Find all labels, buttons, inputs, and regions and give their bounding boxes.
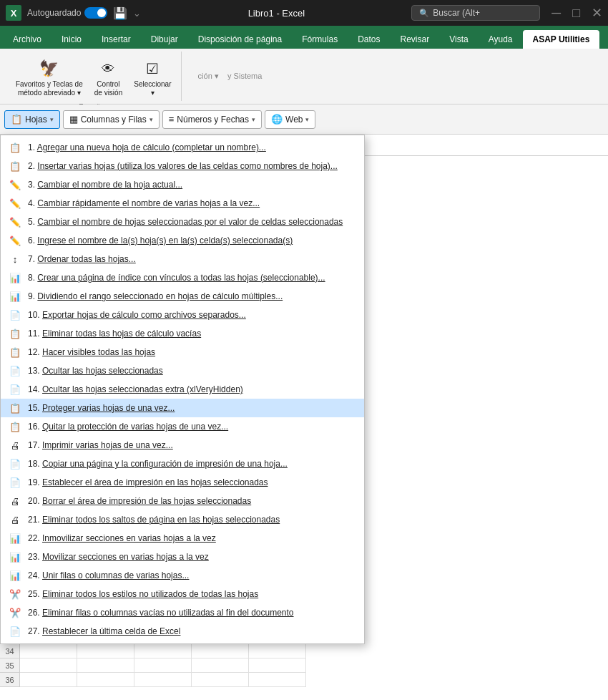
menu-item-text: 27. Restablecer la última celda de Excel [28,626,357,636]
ribbon-content: 🦅 Favoritos y Teclas demétodo abreviado … [0,49,608,104]
tab-revisar[interactable]: Revisar [391,30,440,49]
tab-insertar[interactable]: Insertar [92,30,141,49]
columnas-dropdown[interactable]: ▦ Columnas y Filas ▾ [63,110,160,129]
cell[interactable] [20,644,77,658]
menu-item-14[interactable]: 📄14. Ocultar las hojas seleccionadas ext… [1,380,364,399]
select-icon: ☑ [141,57,164,80]
asap-area: 📋 Hojas ▾ ▦ Columnas y Filas ▾ ≡ Números… [0,104,608,135]
menu-item-8[interactable]: 📊8. Crear una página de índice con víncu… [1,268,364,287]
restore-icon[interactable]: □ [572,6,580,21]
menu-item-27[interactable]: 📄27. Restablecer la última celda de Exce… [1,622,364,641]
menu-item-1[interactable]: 📋1. Agregar una nueva hoja de cálculo (c… [1,138,364,157]
cell[interactable] [134,644,192,658]
control-vision-button[interactable]: 👁 Controlde visión [90,54,127,100]
cell[interactable] [77,658,134,673]
menu-item-4[interactable]: ✏️4. Cambiar rápidamente el nombre de va… [1,194,364,213]
numeros-icon: ≡ [169,114,175,125]
grid-row: 34 [0,644,608,658]
menu-item-3[interactable]: ✏️3. Cambiar el nombre de la hoja actual… [1,175,364,194]
hojas-icon: 📋 [11,114,22,125]
cell[interactable] [20,658,77,673]
favorites-button[interactable]: 🦅 Favoritos y Teclas demétodo abreviado … [11,54,87,100]
cell[interactable] [77,644,134,658]
hojas-dropdown[interactable]: 📋 Hojas ▾ [4,110,60,129]
menu-item-icon: 🖨 [8,439,22,451]
minimize-icon[interactable]: ─ [551,6,561,21]
undo-icon: ⌄ [133,8,141,19]
row-number-36: 36 [0,673,20,687]
menu-item-text: 3. Cambiar el nombre de la hoja actual..… [28,180,357,190]
close-icon[interactable]: ✕ [592,5,602,21]
menu-item-icon: 📄 [8,477,22,488]
select-button[interactable]: ☑ Seleccionar▾ [129,54,175,100]
tab-datos[interactable]: Datos [348,30,390,49]
cell[interactable] [249,673,306,687]
cell[interactable] [192,658,249,673]
cell[interactable] [192,644,249,658]
cell[interactable] [134,658,192,673]
tab-ayuda[interactable]: Ayuda [479,30,523,49]
menu-item-text: 7. Ordenar todas las hojas... [28,254,357,264]
cell[interactable] [249,644,306,658]
web-dropdown[interactable]: 🌐 Web ▾ [265,110,315,129]
menu-item-text: 19. Establecer el área de impresión en l… [28,477,357,487]
title-bar: X Autoguardado 💾 ⌄ Libro1 - Excel 🔍 Busc… [0,0,608,26]
menu-item-text: 16. Quitar la protección de varias hojas… [28,422,357,432]
row-number-35: 35 [0,658,20,673]
menu-item-2[interactable]: 📋2. Insertar varias hojas (utiliza los v… [1,157,364,175]
menu-item-text: 15. Proteger varias hojas de una vez... [28,403,357,413]
menu-item-9[interactable]: 📊9. Dividiendo el rango seleccionado en … [1,287,364,306]
tab-dibujar[interactable]: Dibujar [141,30,188,49]
cell[interactable] [249,658,306,673]
tab-disposicion[interactable]: Disposición de página [188,30,292,49]
numeros-dropdown[interactable]: ≡ Números y Fechas ▾ [162,110,262,129]
menu-item-7[interactable]: ↕7. Ordenar todas las hojas... [1,250,364,268]
save-icon[interactable]: 💾 [113,6,127,20]
menu-item-text: 24. Unir filas o columnas de varias hoja… [28,570,357,580]
hojas-chevron: ▾ [50,116,54,123]
tab-archivo[interactable]: Archivo [3,30,52,49]
menu-item-20[interactable]: 🖨20. Borrar el área de impresión de las … [1,492,364,510]
menu-item-12[interactable]: 📋12. Hacer visibles todas las hojas [1,343,364,361]
cell[interactable] [192,673,249,687]
menu-item-5[interactable]: ✏️5. Cambiar el nombre de hojas seleccio… [1,213,364,231]
menu-item-text: 14. Ocultar las hojas seleccionadas extr… [28,384,357,394]
menu-item-10[interactable]: 📄10. Exportar hojas de cálculo como arch… [1,306,364,324]
menu-item-6[interactable]: ✏️6. Ingrese el nombre de la(s) hoja(s) … [1,231,364,250]
menu-item-icon: 📄 [8,309,22,321]
grid-row: 35 [0,658,608,673]
menu-item-17[interactable]: 🖨17. Imprimir varias hojas de una vez... [1,436,364,454]
cell[interactable] [20,673,77,687]
menu-item-19[interactable]: 📄19. Establecer el área de impresión en … [1,473,364,492]
tab-asap[interactable]: ASAP Utilities [523,30,600,49]
menu-item-icon: ✏️ [8,179,22,190]
menu-item-25[interactable]: ✂️25. Eliminar todos los estilos no util… [1,585,364,603]
menu-item-text: 25. Eliminar todos los estilos no utiliz… [28,589,357,599]
autosave-toggle[interactable] [84,7,107,19]
menu-item-26[interactable]: ✂️26. Eliminar filas o columnas vacías n… [1,603,364,622]
menu-item-15[interactable]: 📋15. Proteger varias hojas de una vez... [1,399,364,417]
menu-item-text: 5. Cambiar el nombre de hojas selecciona… [28,217,357,227]
menu-item-18[interactable]: 📄18. Copiar una página y la configuració… [1,454,364,473]
tab-formulas[interactable]: Fórmulas [292,30,348,49]
tab-vista[interactable]: Vista [439,30,478,49]
cell[interactable] [134,673,192,687]
menu-item-21[interactable]: 🖨21. Eliminar todos los saltos de página… [1,510,364,529]
menu-item-icon: 📋 [8,421,22,432]
menu-item-icon: ✂️ [8,607,22,618]
autosave-label: Autoguardado [27,7,107,19]
menu-item-24[interactable]: 📊24. Unir filas o columnas de varias hoj… [1,566,364,585]
menu-item-text: 23. Movilizar secciones en varias hojas … [28,552,357,562]
menu-item-22[interactable]: 📊22. Inmovilizar secciones en varias hoj… [1,529,364,548]
ribbon-tabs: Archivo Inicio Insertar Dibujar Disposic… [0,26,608,49]
menu-item-text: 20. Borrar el área de impresión de las h… [28,496,357,506]
menu-item-text: 17. Imprimir varias hojas de una vez... [28,440,357,450]
menu-item-13[interactable]: 📄13. Ocultar las hojas seleccionadas [1,361,364,380]
menu-item-11[interactable]: 📋11. Eliminar todas las hojas de cálculo… [1,324,364,343]
tab-inicio[interactable]: Inicio [52,30,92,49]
menu-item-23[interactable]: 📊23. Movilizar secciones en varias hojas… [1,548,364,566]
menu-item-icon: ✏️ [8,216,22,228]
menu-item-16[interactable]: 📋16. Quitar la protección de varias hoja… [1,417,364,436]
search-box[interactable]: 🔍 Buscar (Alt+ [411,5,540,21]
cell[interactable] [77,673,134,687]
